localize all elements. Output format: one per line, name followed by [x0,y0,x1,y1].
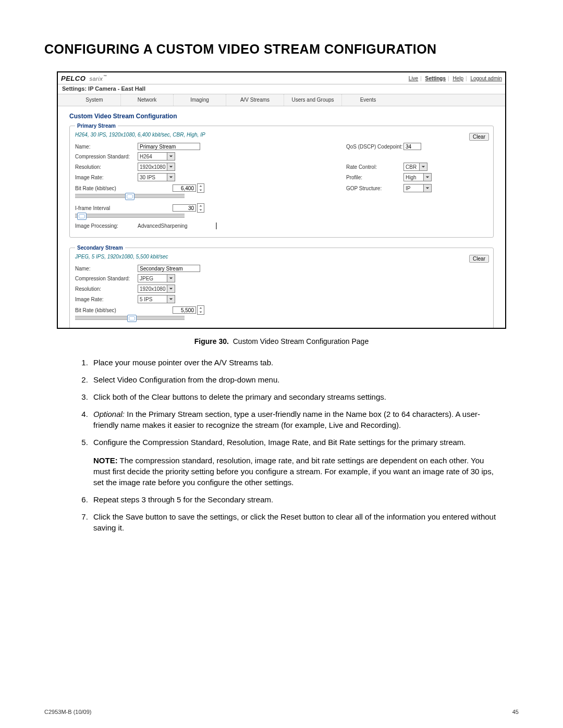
secondary-name-input[interactable] [138,265,200,272]
tab-system[interactable]: System [68,94,120,106]
link-settings[interactable]: Settings [425,76,446,81]
stepper-buttons[interactable] [197,183,204,193]
advanced-sharpening-checkbox[interactable] [216,223,217,229]
brand-tm: ™ [103,75,107,78]
label-profile: Profile: [346,175,403,180]
primary-rate-control-select[interactable]: CBR [403,163,427,171]
primary-resolution-select[interactable]: 1920x1080 [138,163,175,171]
primary-iframe-slider[interactable] [75,214,185,218]
brand-logo: PELCO sarix™ [61,75,107,82]
secondary-bit-rate-spinner[interactable] [173,305,204,315]
secondary-stream-fieldset: Secondary Stream JPEG, 5 IPS, 1920x1080,… [69,245,494,329]
top-bar: PELCO sarix™ Live| Settings| Help| Logou… [58,72,505,84]
primary-compression-select[interactable]: H264 [138,152,175,161]
step-7: Click the Save button to save the settin… [90,511,503,533]
label-compression: Compression Standard: [75,276,138,281]
primary-gop-select[interactable]: IP [403,184,432,192]
primary-form: Name: QoS (DSCP) Codepoint: Compression … [75,143,488,229]
section-title: Custom Video Stream Configuration [69,113,494,120]
link-live[interactable]: Live [409,76,418,81]
chevron-down-icon [167,295,175,303]
primary-rate-control-value: CBR [406,164,417,170]
label-bit-rate: Bit Rate (kbit/sec) [75,186,138,191]
primary-profile-select[interactable]: High [403,173,432,181]
slider-thumb[interactable] [127,315,137,322]
primary-name-input[interactable] [138,143,200,150]
step-1: Place your mouse pointer over the A/V St… [90,357,503,368]
primary-compression-value: H264 [140,154,152,159]
primary-legend: Primary Stream [75,123,118,129]
secondary-bit-rate-input[interactable] [173,306,196,314]
tab-network[interactable]: Network [120,94,173,106]
figure-caption: Figure 30. Custom Video Stream Configura… [44,337,519,346]
primary-clear-button[interactable]: Clear [469,133,489,141]
primary-image-rate-select[interactable]: 30 IPS [138,173,175,181]
primary-image-rate-value: 30 IPS [140,175,155,180]
figure-caption-text: Custom Video Stream Configuration Page [233,337,369,346]
primary-bit-rate-input[interactable] [173,184,196,192]
primary-gop-value: IP [406,186,410,191]
page-title: CONFIGURING A CUSTOM VIDEO STREAM CONFIG… [44,42,519,57]
primary-qos-input[interactable] [403,143,421,150]
tab-events[interactable]: Events [341,94,394,106]
footer-right: 45 [512,709,519,715]
primary-resolution-value: 1920x1080 [140,164,166,170]
label-resolution: Resolution: [75,164,138,170]
label-rate-control: Rate Control: [346,164,403,170]
chevron-down-icon [167,174,175,181]
primary-bit-rate-spinner[interactable] [173,183,204,193]
secondary-resolution-select[interactable]: 1920x1080 [138,285,175,293]
chevron-down-icon [167,275,175,282]
step-3: Click both of the Clear buttons to delet… [90,391,503,402]
stepper-buttons[interactable] [197,305,204,315]
nav-tabs: System Network Imaging A/V Streams Users… [58,94,505,106]
slider-thumb[interactable] [77,213,87,220]
figure-label: Figure 30. [194,337,229,346]
instructions-list: Place your mouse pointer over the A/V St… [76,357,503,533]
secondary-compression-select[interactable]: JPEG [138,274,175,282]
step-6: Repeat steps 3 through 5 for the Seconda… [90,494,503,505]
tab-av-streams[interactable]: A/V Streams [226,94,284,106]
step-5-note-rest: The compression standard, resolution, im… [93,456,494,487]
label-resolution: Resolution: [75,286,138,292]
secondary-form: Name: Compression Standard: JPEG Resolut… [75,265,488,323]
top-links: Live| Settings| Help| Logout admin [409,76,502,81]
step-5: Configure the Compression Standard, Reso… [90,437,503,488]
secondary-resolution-value: 1920x1080 [140,286,166,292]
secondary-image-rate-value: 5 IPS [140,297,152,302]
step-2: Select Video Configuration from the drop… [90,374,503,385]
primary-bit-rate-slider[interactable] [75,194,185,198]
step-4-rest: In the Primary Stream section, type a us… [93,410,480,429]
primary-iframe-spinner[interactable] [173,203,204,213]
label-image-rate: Image Rate: [75,175,138,180]
content-area: Custom Video Stream Configuration Primar… [58,106,505,329]
chevron-down-icon [423,174,431,181]
step-5-text: Configure the Compression Standard, Reso… [93,438,466,447]
label-image-rate: Image Rate: [75,297,138,302]
step-4-prefix: Optional: [93,410,125,418]
label-iframe: I-frame Interval [75,205,138,211]
link-help[interactable]: Help [452,76,463,81]
brand-text: PELCO [61,75,85,82]
footer-left: C2953M-B (10/09) [44,709,92,715]
label-gop: GOP Structure: [346,186,403,191]
primary-iframe-input[interactable] [173,204,196,212]
link-logout[interactable]: Logout admin [470,76,502,81]
label-qos: QoS (DSCP) Codepoint: [346,144,403,150]
secondary-bit-rate-slider[interactable] [75,316,185,320]
slider-thumb[interactable] [125,193,134,200]
tab-users-groups[interactable]: Users and Groups [284,94,341,106]
label-name: Name: [75,266,138,272]
secondary-image-rate-select[interactable]: 5 IPS [138,295,175,303]
footer: C2953M-B (10/09) 45 [44,709,519,715]
chevron-down-icon [167,153,175,160]
secondary-clear-button[interactable]: Clear [469,255,489,263]
screenshot-frame: PELCO sarix™ Live| Settings| Help| Logou… [57,71,506,329]
step-5-note-prefix: NOTE: [93,456,118,465]
tab-imaging[interactable]: Imaging [173,94,226,106]
label-bit-rate: Bit Rate (kbit/sec) [75,307,138,313]
step-4: Optional: In the Primary Stream section,… [90,409,503,430]
stepper-buttons[interactable] [197,203,204,213]
label-image-processing: Image Processing: [75,223,138,229]
primary-profile-value: High [406,175,417,180]
